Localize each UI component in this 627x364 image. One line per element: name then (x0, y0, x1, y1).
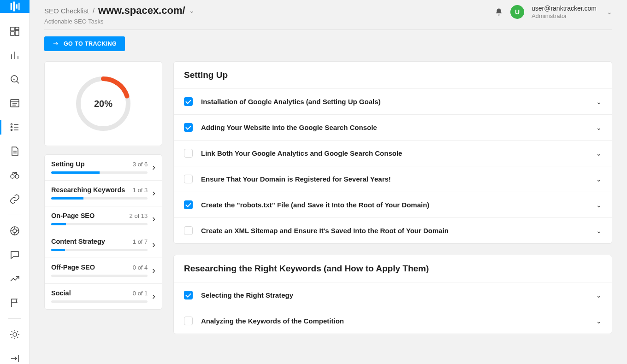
chevron-down-icon[interactable]: ⌄ (596, 150, 602, 157)
nav-support[interactable] (0, 219, 30, 243)
task-checkbox[interactable] (184, 200, 193, 209)
logo-icon (8, 0, 21, 13)
svg-line-39 (12, 331, 12, 332)
nav-analytics[interactable] (0, 43, 30, 67)
chevron-down-icon[interactable]: ⌄ (596, 201, 602, 209)
bell-icon (495, 8, 503, 16)
task-checkbox[interactable] (184, 149, 193, 158)
document-icon (9, 146, 20, 157)
task-label: Adding Your Website into the Google Sear… (201, 123, 588, 131)
category-title: Researching Keywords (51, 186, 125, 194)
nav-dashboard[interactable] (0, 19, 30, 43)
sidebar-rail: w (0, 0, 30, 364)
category-progress-bar (51, 171, 148, 174)
chevron-down-icon[interactable]: ⌄ (189, 7, 195, 14)
nav-backlinks[interactable] (0, 187, 30, 211)
task-checkbox[interactable] (184, 175, 193, 183)
task-label: Link Both Your Google Analytics and Goog… (201, 149, 588, 157)
svg-rect-5 (15, 27, 19, 29)
user-menu-toggle[interactable]: ⌄ (607, 8, 612, 16)
nav-research[interactable] (0, 163, 30, 187)
task-label: Analyzing the Keywords of the Competitio… (201, 317, 588, 325)
chevron-down-icon[interactable]: ⌄ (596, 176, 602, 183)
task-checkbox[interactable] (184, 291, 193, 299)
logo[interactable] (0, 0, 30, 13)
sections-container: Setting UpInstallation of Google Analyti… (173, 61, 612, 334)
progress-gauge: 20% (73, 74, 133, 134)
task-label: Installation of Google Analytics (and Se… (201, 98, 588, 106)
task-row[interactable]: Ensure That Your Domain is Registered fo… (174, 166, 612, 192)
nav-chat[interactable] (0, 243, 30, 267)
nav-theme[interactable] (0, 323, 30, 346)
svg-point-18 (11, 124, 12, 125)
task-label: Create an XML Sitemap and Ensure It's Sa… (201, 227, 588, 235)
checklist-section: Setting UpInstallation of Google Analyti… (173, 61, 612, 244)
task-checkbox[interactable] (184, 123, 193, 132)
category-row[interactable]: Setting Up3 of 6› (45, 155, 162, 181)
chat-icon (9, 249, 20, 260)
task-checkbox[interactable] (184, 317, 193, 325)
nav-document[interactable] (0, 139, 30, 163)
user-role: Administrator (532, 12, 597, 20)
list-icon (9, 122, 20, 133)
chevron-down-icon[interactable]: ⌄ (596, 317, 602, 325)
task-label: Ensure That Your Domain is Registered fo… (201, 175, 588, 183)
chevron-down-icon[interactable]: ⌄ (596, 98, 602, 106)
svg-line-42 (17, 331, 18, 332)
category-row[interactable]: Social0 of 1› (45, 284, 162, 309)
nav-keyword-research[interactable]: w (0, 67, 30, 91)
category-count: 0 of 1 (133, 290, 148, 297)
nav-serp[interactable] (0, 91, 30, 115)
notifications-button[interactable] (495, 8, 503, 16)
task-row[interactable]: Selecting the Right Strategy⌄ (174, 282, 612, 308)
chevron-right-icon: › (152, 213, 155, 224)
nav-checklist[interactable] (0, 115, 30, 139)
category-title: On-Page SEO (51, 212, 95, 219)
svg-point-26 (11, 175, 14, 178)
chevron-right-icon: › (152, 239, 155, 250)
chevron-down-icon[interactable]: ⌄ (596, 124, 602, 131)
category-row[interactable]: On-Page SEO2 of 13› (45, 206, 162, 232)
svg-line-40 (17, 337, 18, 338)
category-row[interactable]: Off-Page SEO0 of 4› (45, 258, 162, 284)
breadcrumb-domain[interactable]: www.spacex.com/ (98, 5, 185, 17)
task-checkbox[interactable] (184, 226, 193, 235)
task-row[interactable]: Create an XML Sitemap and Ensure It's Sa… (174, 218, 612, 243)
category-progress-bar (51, 300, 148, 303)
serp-icon (9, 98, 20, 109)
avatar[interactable]: U (510, 5, 524, 19)
task-row[interactable]: Installation of Google Analytics (and Se… (174, 89, 612, 115)
category-title: Setting Up (51, 160, 85, 168)
chevron-down-icon[interactable]: ⌄ (596, 292, 602, 299)
category-title: Social (51, 289, 71, 297)
chevron-right-icon: › (152, 162, 155, 172)
dashboard-icon (9, 26, 20, 37)
brightness-icon (9, 329, 20, 340)
breadcrumb-module[interactable]: SEO Checklist (44, 7, 89, 15)
task-row[interactable]: Create the "robots.txt" File (and Save i… (174, 192, 612, 218)
nav-flag[interactable] (0, 291, 30, 315)
go-to-tracking-button[interactable]: GO TO TRACKING (44, 36, 125, 51)
category-row[interactable]: Content Strategy1 of 7› (45, 232, 162, 258)
svg-rect-1 (13, 2, 15, 12)
category-count: 3 of 6 (133, 161, 148, 168)
svg-rect-7 (11, 32, 14, 35)
category-title: Content Strategy (51, 238, 105, 245)
category-row[interactable]: Researching Keywords1 of 3› (45, 181, 162, 206)
nav-collapse[interactable] (0, 346, 30, 364)
category-list: Setting Up3 of 6›Researching Keywords1 o… (44, 154, 162, 310)
category-progress-bar (51, 249, 148, 251)
category-progress-bar (51, 197, 148, 200)
task-row[interactable]: Adding Your Website into the Google Sear… (174, 115, 612, 141)
arrow-right-icon (53, 41, 59, 47)
section-title: Researching the Right Keywords (and How … (174, 255, 612, 282)
section-title: Setting Up (174, 62, 612, 89)
task-row[interactable]: Link Both Your Google Analytics and Goog… (174, 141, 612, 166)
svg-point-27 (15, 175, 19, 178)
chevron-right-icon: › (152, 291, 155, 301)
chevron-down-icon[interactable]: ⌄ (596, 227, 602, 235)
bar-chart-icon (9, 50, 20, 61)
task-checkbox[interactable] (184, 97, 193, 106)
nav-trends[interactable] (0, 267, 30, 291)
task-row[interactable]: Analyzing the Keywords of the Competitio… (174, 308, 612, 334)
